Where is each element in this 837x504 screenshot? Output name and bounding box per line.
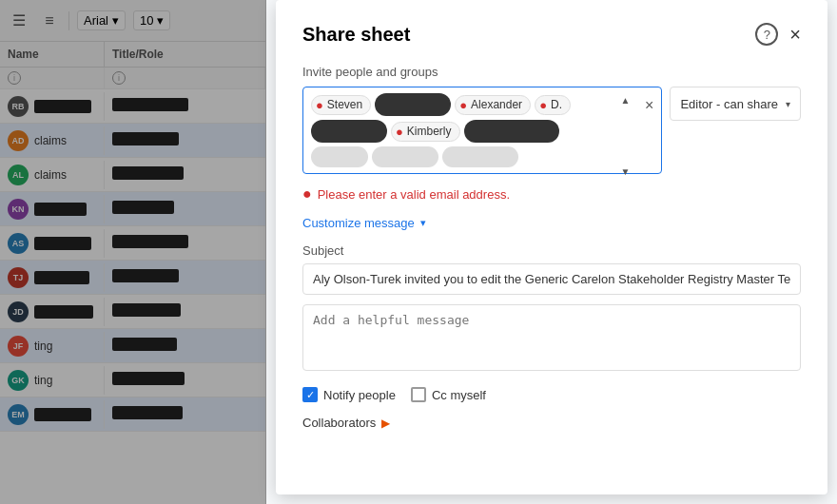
name-info-cell: i: [0, 68, 105, 88]
cc-myself-checkbox-group: Cc myself: [411, 387, 486, 402]
recipient-chip-steven[interactable]: ● Steven: [311, 95, 371, 115]
invite-row: ● Steven ● Alexander ● D.: [302, 87, 801, 174]
avatar: TJ: [8, 267, 29, 288]
recipients-box[interactable]: ● Steven ● Alexander ● D.: [302, 87, 662, 174]
remove-all-button[interactable]: ×: [645, 97, 653, 114]
table-row: AL claims: [0, 158, 265, 192]
chip-placeholder-3: [442, 146, 518, 167]
row-title-cell: [105, 402, 265, 426]
recipient-chip-kimberly[interactable]: ● Kimberly: [391, 122, 460, 142]
title-info-cell: i: [105, 68, 265, 88]
font-label: Arial: [84, 13, 108, 28]
chip-label-steven: Steven: [327, 98, 362, 111]
recipients-scroll: ▲ ▼: [615, 93, 634, 179]
recipient-chip-alexander[interactable]: ● Alexander: [455, 95, 531, 115]
list-icon-1[interactable]: ☰: [8, 10, 30, 32]
font-arrow: ▾: [112, 13, 119, 28]
title-redacted: [112, 132, 179, 145]
permission-label: Editor - can share: [680, 97, 778, 111]
avatar: KN: [8, 199, 29, 220]
chip-input-3[interactable]: [464, 120, 559, 143]
row-name-cell: JD: [0, 298, 105, 326]
notify-people-checkbox-group: ✓ Notify people: [302, 387, 396, 402]
row-name-cell: GK ting: [0, 366, 105, 395]
list-icon-2[interactable]: ≡: [38, 10, 61, 32]
notify-people-checkbox[interactable]: ✓: [302, 387, 318, 402]
name-redacted: [34, 203, 87, 216]
font-selector[interactable]: Arial ▾: [77, 10, 126, 30]
avatar: AS: [8, 233, 29, 254]
customize-section: Customize message ▾: [302, 216, 801, 230]
message-textarea[interactable]: [302, 304, 801, 371]
title-redacted: [112, 269, 179, 282]
row-title-cell: [105, 197, 265, 221]
help-button[interactable]: ?: [755, 23, 778, 46]
row-name-text: claims: [34, 168, 67, 182]
title-redacted: [112, 201, 174, 214]
row-title-cell: [105, 334, 265, 358]
table-row: KN: [0, 192, 265, 226]
scroll-up-arrow[interactable]: ▲: [620, 95, 630, 106]
chip-input-1[interactable]: [375, 93, 451, 116]
customize-toggle-button[interactable]: Customize message ▾: [302, 216, 801, 230]
toolbar: ☰ ≡ Arial ▾ 10 ▾: [0, 0, 265, 42]
size-label: 10: [140, 13, 153, 28]
table-row: EM: [0, 397, 265, 432]
permission-dropdown[interactable]: Editor - can share ▾: [670, 87, 801, 121]
row-name-cell: AD claims: [0, 126, 105, 155]
recipients-row-1: ● Steven ● Alexander ● D.: [311, 93, 653, 116]
row-title-cell: [105, 300, 265, 323]
cc-myself-checkbox[interactable]: [411, 387, 426, 402]
dialog-actions: ? ×: [755, 23, 801, 46]
collaborators-arrow-icon[interactable]: ▶: [381, 417, 390, 430]
collaborators-row: Collaborators ▶: [302, 416, 801, 430]
chip-label-d: D.: [551, 98, 562, 111]
size-selector[interactable]: 10 ▾: [133, 10, 170, 30]
error-icon: ●: [302, 185, 312, 203]
title-redacted: [112, 235, 188, 248]
close-button[interactable]: ×: [789, 25, 801, 44]
row-title-cell: [105, 368, 265, 392]
title-redacted: [112, 338, 177, 351]
recipient-chip-d[interactable]: ● D.: [535, 95, 571, 115]
title-redacted: [112, 372, 185, 385]
title-redacted: [112, 303, 181, 317]
table-row: GK ting: [0, 363, 265, 397]
cc-myself-label: Cc myself: [432, 388, 486, 402]
row-title-cell: [105, 231, 265, 255]
row-name-cell: AS: [0, 229, 105, 258]
dialog-header: Share sheet ? ×: [302, 23, 801, 46]
chip-error-icon-3: ●: [539, 98, 547, 112]
row-title-cell: [105, 163, 265, 186]
dropdown-arrow: ▾: [786, 99, 790, 109]
table-row: JD: [0, 295, 265, 329]
chip-placeholder-1: [311, 146, 368, 167]
info-icon-title: i: [112, 71, 126, 85]
notify-row: ✓ Notify people Cc myself: [302, 387, 801, 402]
error-message: ● Please enter a valid email address.: [302, 185, 801, 203]
table-row: TJ: [0, 261, 265, 295]
chip-error-icon: ●: [316, 98, 323, 112]
share-dialog: Share sheet ? × Invite people and groups…: [276, 0, 827, 494]
name-redacted: [34, 271, 89, 284]
row-name-text: claims: [34, 134, 67, 147]
collaborators-label: Collaborators: [302, 416, 376, 430]
table-row: JF ting: [0, 329, 265, 363]
subject-input[interactable]: [302, 263, 801, 295]
chip-label-kimberly: Kimberly: [407, 125, 452, 138]
row-name-text: ting: [34, 374, 52, 387]
row-title-cell: [105, 265, 265, 289]
chip-error-icon-4: ●: [396, 125, 403, 139]
name-redacted: [34, 237, 91, 250]
info-icon-name: i: [8, 71, 21, 85]
chip-error-icon-2: ●: [459, 98, 467, 112]
row-name-text: ting: [34, 339, 52, 353]
notify-people-label: Notify people: [323, 388, 396, 402]
subject-label: Subject: [302, 243, 801, 258]
row-name-cell: AL claims: [0, 161, 105, 189]
scroll-down-arrow[interactable]: ▼: [620, 166, 630, 177]
row-name-cell: JF ting: [0, 332, 105, 360]
error-text: Please enter a valid email address.: [318, 187, 510, 202]
avatar: AL: [8, 165, 29, 185]
chip-input-2[interactable]: [311, 120, 387, 143]
